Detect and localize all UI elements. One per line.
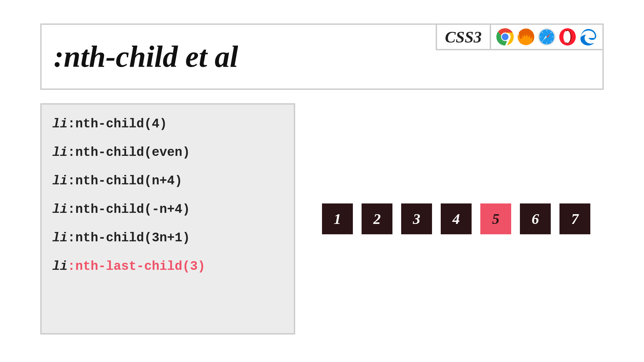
safari-icon — [537, 27, 556, 46]
demo-box: 7 — [559, 203, 590, 234]
demo-box-list: 1234567 — [322, 203, 590, 234]
slide-title: :nth-child et al — [54, 42, 238, 72]
header-meta: CSS3 — [436, 23, 604, 50]
code-line: li:nth-child(4) — [52, 117, 283, 131]
demo-box: 2 — [362, 203, 392, 234]
opera-icon — [558, 27, 577, 46]
code-line: li:nth-child(3n+1) — [52, 231, 283, 245]
chrome-icon — [496, 27, 515, 46]
code-selector: :nth-child(3n+1) — [68, 231, 190, 245]
code-tag: li — [52, 117, 68, 131]
code-panel: li:nth-child(4)li:nth-child(even)li:nth-… — [40, 103, 295, 335]
spec-badge: CSS3 — [436, 23, 490, 50]
browser-support-list — [490, 23, 604, 50]
code-line: li:nth-child(-n+4) — [52, 202, 283, 217]
code-line: li:nth-last-child(3) — [52, 259, 283, 274]
code-tag: li — [52, 145, 68, 160]
code-tag: li — [52, 259, 68, 274]
demo-box: 3 — [401, 203, 432, 234]
code-tag: li — [52, 174, 68, 188]
firefox-icon — [517, 27, 535, 46]
code-tag: li — [52, 231, 68, 245]
code-selector: :nth-child(even) — [68, 145, 190, 160]
demo-area: 1234567 — [322, 103, 604, 335]
slide-content: li:nth-child(4)li:nth-child(even)li:nth-… — [40, 103, 604, 335]
edge-icon — [579, 27, 598, 46]
code-tag: li — [52, 202, 68, 217]
slide-header: :nth-child et al CSS3 — [40, 23, 604, 90]
svg-point-22 — [565, 31, 571, 43]
demo-box: 6 — [520, 203, 551, 234]
code-selector: :nth-child(n+4) — [68, 174, 182, 188]
code-selector: :nth-child(-n+4) — [68, 202, 190, 217]
demo-box: 1 — [322, 203, 353, 234]
code-line: li:nth-child(even) — [52, 145, 283, 160]
code-selector: :nth-child(4) — [68, 117, 167, 131]
slide: :nth-child et al CSS3 — [0, 0, 644, 362]
code-line: li:nth-child(n+4) — [52, 174, 283, 188]
demo-box: 5 — [480, 203, 511, 234]
demo-box: 4 — [441, 203, 472, 234]
code-selector: :nth-last-child(3) — [68, 259, 205, 274]
